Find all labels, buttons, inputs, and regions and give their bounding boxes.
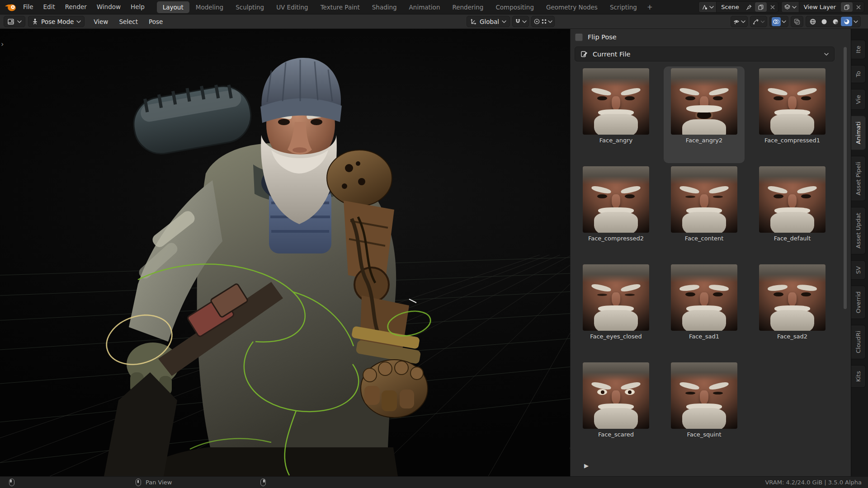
blender-logo-icon[interactable] [5, 3, 16, 12]
pose-asset[interactable]: Face_angry2 [671, 68, 737, 166]
chevron-down-icon [824, 53, 829, 56]
shading-wireframe-button[interactable] [807, 17, 818, 26]
chevron-down-icon [760, 20, 765, 23]
menu-item[interactable]: File [18, 0, 38, 14]
asset-library-source-dropdown[interactable]: Current File [575, 47, 835, 61]
workspace-tab[interactable]: Geometry Nodes [540, 1, 604, 13]
sidebar-tab[interactable]: Overrid [851, 286, 866, 319]
add-workspace-button[interactable]: + [643, 1, 657, 14]
workspace-tab[interactable]: Layout [157, 1, 189, 13]
workspace-tabs: LayoutModelingSculptingUV EditingTexture… [157, 1, 643, 13]
sidebar-tab[interactable]: Asset Pipeli [851, 156, 866, 201]
menu-item[interactable]: Select [113, 18, 143, 25]
shading-solid-button[interactable] [818, 17, 830, 26]
pose-thumbnail[interactable] [583, 68, 649, 135]
menu-item[interactable]: Pose [143, 18, 168, 25]
pose-label: Face_eyes_closed [590, 333, 642, 340]
scene-browse-button[interactable] [699, 2, 717, 12]
workspace-tab[interactable]: Animation [403, 1, 446, 13]
mouse-right-icon [260, 479, 266, 486]
workspace-tab[interactable]: Modeling [190, 1, 229, 13]
shading-material-button[interactable] [830, 17, 841, 26]
pose-asset[interactable]: Face_content [671, 166, 737, 264]
toolbar-expand-icon[interactable]: › [1, 40, 4, 48]
pose-thumbnail[interactable] [759, 166, 826, 233]
scene-name[interactable]: Scene [717, 4, 744, 10]
sidebar-tab[interactable]: To [851, 65, 866, 83]
view-layer-browse-button[interactable] [782, 2, 799, 12]
workspace-tab[interactable]: Rendering [446, 1, 489, 13]
sidebar-tab[interactable]: Kits [851, 365, 866, 388]
flip-pose-checkbox[interactable] [575, 33, 583, 41]
viewport-header: Pose Mode ViewSelectPose Global [0, 14, 868, 29]
workspace-tab[interactable]: Sculpting [230, 1, 270, 13]
pose-thumbnail[interactable] [583, 362, 649, 429]
snap-button[interactable] [512, 16, 529, 27]
pose-label: Face_squint [687, 431, 721, 438]
transform-orientation-dropdown[interactable]: Global [467, 16, 510, 27]
pose-thumbnail[interactable] [759, 68, 826, 135]
shading-rendered-button[interactable] [841, 17, 852, 26]
pose-asset[interactable]: Face_scared [583, 362, 649, 460]
pose-asset[interactable]: Face_angry [583, 68, 649, 166]
duplicate-view-layer-icon[interactable] [841, 2, 853, 12]
collapsed-panel-arrow[interactable]: ▶ [584, 462, 589, 469]
view-layer-name[interactable]: View Layer [799, 4, 840, 10]
workspace-tab[interactable]: Compositing [490, 1, 540, 13]
source-label: Current File [593, 51, 820, 58]
mode-selector[interactable]: Pose Mode [28, 16, 85, 27]
menu-item[interactable]: Render [60, 0, 92, 14]
chevron-down-icon [854, 20, 858, 23]
proportional-falloff-icon [533, 18, 540, 25]
overlays-icon [772, 17, 781, 26]
pose-thumbnail[interactable] [759, 264, 826, 331]
pose-asset[interactable]: Face_eyes_closed [583, 264, 649, 362]
chevron-down-icon [522, 20, 527, 23]
pose-thumbnail[interactable] [583, 166, 649, 233]
menu-item[interactable]: Window [92, 0, 126, 14]
pose-thumbnail[interactable] [671, 264, 737, 331]
sidebar-tab[interactable]: Asset Updat [851, 207, 866, 254]
sidebar-tab[interactable]: SV [851, 260, 866, 280]
panel-scrollbar[interactable] [844, 47, 847, 309]
pose-asset[interactable]: Face_sad1 [671, 264, 737, 362]
chevron-down-icon [792, 6, 797, 9]
editor-type-button[interactable] [4, 16, 25, 27]
workspace-tab[interactable]: Scripting [604, 1, 643, 13]
scene-selector: Scene [698, 1, 778, 13]
mode-label: Pose Mode [41, 18, 74, 25]
blender-window: FileEditRenderWindowHelp LayoutModelingS… [0, 0, 868, 488]
pose-thumbnail[interactable] [671, 68, 737, 135]
sidebar-tab[interactable]: CloudRi [851, 325, 866, 359]
workspace-tab[interactable]: Texture Paint [315, 1, 366, 13]
workspace-tab[interactable]: Shading [366, 1, 403, 13]
pin-icon[interactable] [744, 2, 755, 12]
duplicate-scene-icon[interactable] [755, 2, 767, 12]
pose-thumbnail[interactable] [583, 264, 649, 331]
workspace-tab[interactable]: UV Editing [270, 1, 314, 13]
sidebar-tab[interactable]: Vie [851, 89, 866, 110]
close-scene-icon[interactable] [767, 2, 778, 12]
viewport-display-controls [731, 16, 861, 27]
show-overlays-button[interactable] [769, 16, 788, 27]
menu-item[interactable]: Help [126, 0, 150, 14]
proportional-editing-button[interactable] [531, 16, 555, 27]
pose-thumbnail[interactable] [671, 362, 737, 429]
sidebar-tab[interactable]: Ite [851, 40, 866, 59]
pose-asset[interactable]: Face_squint [671, 362, 737, 460]
gizmos-button[interactable] [750, 16, 767, 27]
pose-asset[interactable]: Face_sad2 [759, 264, 826, 362]
menu-item[interactable]: View [88, 18, 113, 25]
pose-asset[interactable]: Face_default [759, 166, 826, 264]
menu-item[interactable]: Edit [38, 0, 60, 14]
sidebar-tab[interactable]: Animati [851, 116, 866, 150]
pose-asset[interactable]: Face_compressed2 [583, 166, 649, 264]
close-view-layer-icon[interactable] [853, 2, 864, 12]
pose-asset[interactable]: Face_compressed1 [759, 68, 826, 166]
pose-label: Face_angry2 [686, 137, 723, 144]
toggle-xray-button[interactable] [791, 16, 803, 27]
transform-controls: Global [467, 16, 555, 27]
pose-thumbnail[interactable] [671, 166, 737, 233]
show-gizmo-button[interactable] [731, 16, 748, 27]
gizmo-arrow-icon [752, 18, 760, 25]
